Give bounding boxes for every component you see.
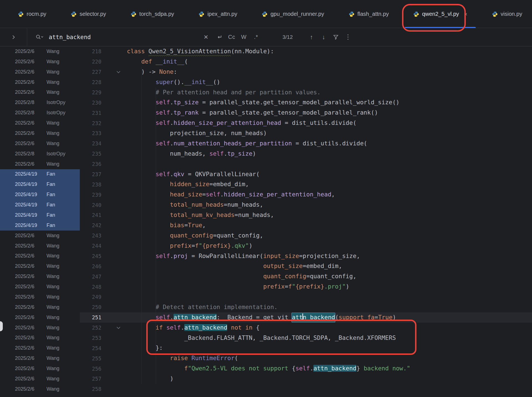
line-number[interactable]: 249 [80, 292, 110, 302]
fold-gutter[interactable] [110, 57, 127, 67]
code-line[interactable]: def __init__( [127, 57, 532, 67]
newline-icon[interactable] [213, 34, 226, 40]
code-line[interactable]: total_num_heads=num_heads, [127, 200, 532, 210]
line-number[interactable]: 235 [80, 149, 110, 159]
git-blame-annotation[interactable]: 2025/2/6 Wang [0, 353, 80, 363]
line-number[interactable]: 257 [80, 374, 110, 384]
git-blame-annotation[interactable]: 2025/2/6 Wang [0, 384, 80, 394]
git-blame-annotation[interactable]: 2025/4/19 Fan [0, 189, 80, 200]
fold-gutter[interactable] [110, 333, 127, 343]
expand-replace-toggle[interactable] [0, 28, 27, 46]
fold-gutter[interactable] [110, 118, 127, 128]
code-line[interactable]: _Backend.FLASH_ATTN, _Backend.TORCH_SDPA… [127, 333, 532, 343]
git-blame-annotation[interactable]: 2025/2/6 Wang [0, 159, 80, 169]
line-number[interactable]: 253 [80, 333, 110, 343]
editor-tab[interactable]: qwen2_5_vl.py × [405, 0, 476, 28]
match-case-toggle[interactable]: Cc [226, 34, 238, 40]
words-toggle[interactable]: W [238, 34, 250, 40]
code-line[interactable]: ) [127, 374, 532, 384]
code-line[interactable]: num_heads, self.tp_size) [127, 149, 532, 159]
fold-gutter[interactable] [110, 189, 127, 200]
code-line[interactable]: super().__init__() [127, 77, 532, 87]
line-number[interactable]: 256 [80, 363, 110, 374]
line-number[interactable]: 233 [80, 128, 110, 138]
git-blame-annotation[interactable]: 2025/2/6 Wang [0, 363, 80, 374]
fold-gutter[interactable] [110, 282, 127, 292]
line-number[interactable]: 244 [80, 241, 110, 251]
editor-tab[interactable]: ipex_attn.py [190, 0, 245, 28]
git-blame-annotation[interactable]: 2025/2/6 Wang [0, 77, 80, 87]
fold-gutter[interactable] [110, 67, 127, 77]
code-line[interactable]: if self.attn_backend not in { [127, 323, 532, 333]
fold-gutter[interactable] [110, 353, 127, 363]
fold-gutter[interactable] [110, 169, 127, 179]
code-line[interactable]: total_num_kv_heads=num_heads, [127, 210, 532, 220]
filter-icon[interactable] [330, 33, 342, 41]
fold-gutter[interactable] [110, 210, 127, 220]
editor-tab[interactable]: rocm.py [9, 0, 55, 28]
line-number[interactable]: 240 [80, 200, 110, 210]
fold-gutter[interactable] [110, 241, 127, 251]
line-number[interactable]: 227 [80, 67, 110, 77]
git-blame-annotation[interactable]: 2025/4/19 Fan [0, 220, 80, 231]
code-line[interactable]: f"Qwen2.5-VL does not support {self.attn… [127, 363, 532, 374]
code-line[interactable]: prefix=f"{prefix}.proj") [127, 282, 532, 292]
code-line[interactable] [127, 292, 532, 302]
code-line[interactable]: class Qwen2_5_VisionAttention(nn.Module)… [127, 46, 532, 57]
fold-gutter[interactable] [110, 149, 127, 159]
search-input[interactable]: attn_backend [49, 34, 91, 41]
git-blame-annotation[interactable]: 2025/2/6 Wang [0, 231, 80, 241]
line-number[interactable]: 247 [80, 271, 110, 282]
more-options-icon[interactable]: ⋮ [342, 33, 354, 41]
fold-gutter[interactable] [110, 231, 127, 241]
line-number[interactable]: 251 [80, 312, 110, 323]
fold-gutter[interactable] [110, 179, 127, 189]
line-number[interactable]: 237 [80, 169, 110, 179]
line-number[interactable]: 229 [80, 87, 110, 98]
fold-gutter[interactable] [110, 138, 127, 149]
git-blame-annotation[interactable]: 2025/2/8 IsotrOpy [0, 97, 80, 108]
editor-tab[interactable]: selector.py [62, 0, 114, 28]
code-line[interactable]: # Per attention head and per partition v… [127, 87, 532, 98]
code-line[interactable]: self.num_attention_heads_per_partition =… [127, 138, 532, 149]
code-line[interactable]: hidden_size=embed_dim, [127, 179, 532, 189]
code-line[interactable]: self.hidden_size_per_attention_head = di… [127, 118, 532, 128]
fold-gutter[interactable] [110, 302, 127, 312]
code-line[interactable]: }: [127, 343, 532, 353]
git-blame-annotation[interactable]: 2025/2/6 Wang [0, 302, 80, 312]
git-blame-annotation[interactable]: 2025/2/6 Wang [0, 57, 80, 67]
line-number[interactable]: 250 [80, 302, 110, 312]
fold-gutter[interactable] [110, 220, 127, 231]
fold-gutter[interactable] [110, 200, 127, 210]
code-line[interactable]: self.proj = RowParallelLinear(input_size… [127, 251, 532, 261]
line-number[interactable]: 254 [80, 343, 110, 353]
line-number[interactable]: 255 [80, 353, 110, 363]
regex-toggle[interactable]: .* [250, 34, 262, 40]
git-blame-annotation[interactable]: 2025/2/6 Wang [0, 261, 80, 271]
line-number[interactable]: 236 [80, 159, 110, 169]
git-blame-annotation[interactable]: 2025/2/6 Wang [0, 46, 80, 57]
line-number[interactable]: 239 [80, 189, 110, 200]
code-line[interactable]: self.attn_backend: _Backend = get_vit_at… [127, 312, 532, 323]
line-number[interactable]: 234 [80, 138, 110, 149]
fold-gutter[interactable] [110, 128, 127, 138]
code-line[interactable] [127, 384, 532, 394]
git-blame-annotation[interactable]: 2025/2/6 Wang [0, 128, 80, 138]
line-number[interactable]: 245 [80, 251, 110, 261]
fold-gutter[interactable] [110, 384, 127, 394]
line-number[interactable]: 252 [80, 323, 110, 333]
git-blame-annotation[interactable]: 2025/2/6 Wang [0, 282, 80, 292]
git-blame-annotation[interactable]: 2025/2/6 Wang [0, 118, 80, 128]
editor-tab[interactable]: torch_sdpa.py [122, 0, 183, 28]
fold-gutter[interactable] [110, 374, 127, 384]
fold-gutter[interactable] [110, 46, 127, 57]
git-blame-annotation[interactable]: 2025/2/8 IsotrOpy [0, 149, 80, 159]
code-line[interactable]: output_size=embed_dim, [127, 261, 532, 271]
fold-gutter[interactable] [110, 363, 127, 374]
line-number[interactable]: 231 [80, 108, 110, 118]
fold-gutter[interactable] [110, 159, 127, 169]
line-number[interactable]: 232 [80, 118, 110, 128]
fold-gutter[interactable] [110, 87, 127, 98]
git-blame-annotation[interactable]: 2025/2/6 Wang [0, 67, 80, 77]
code-line[interactable]: # Detect attention implementation. [127, 302, 532, 312]
